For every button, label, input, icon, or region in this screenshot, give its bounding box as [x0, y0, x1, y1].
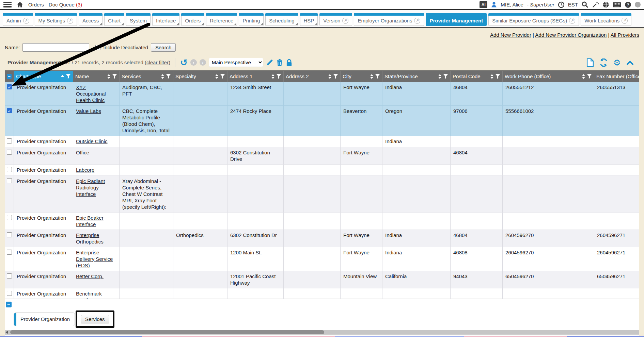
ai-badge[interactable]: AI [480, 1, 487, 8]
provider-name-link[interactable]: Value Labs [76, 108, 101, 114]
tab-orders[interactable]: Orders [181, 13, 204, 26]
keyboard-icon[interactable] [613, 2, 621, 8]
gear-icon[interactable]: ⚙ [613, 59, 621, 66]
tab-employer-organizations[interactable]: Employer Organizations↗ [354, 13, 424, 26]
column-header-phone[interactable]: Work Phone (Office) [503, 71, 594, 82]
tab-version[interactable]: Version↗ [319, 13, 352, 26]
row-checkbox[interactable] [7, 167, 12, 172]
tab-interface[interactable]: Interface [152, 13, 179, 26]
provider-name-link[interactable]: Benchmark Interface [76, 291, 102, 299]
globe-icon[interactable] [602, 1, 609, 8]
tab-label: Similar Exposure Groups (SEGs) [492, 18, 567, 23]
tab-provider-management[interactable]: Provider Management [426, 13, 487, 26]
lock-perspective-icon[interactable] [286, 59, 293, 66]
row-checkbox[interactable] [7, 215, 12, 220]
wand-icon[interactable] [592, 1, 599, 8]
filter-funnel-icon[interactable] [495, 74, 500, 79]
clock-icon[interactable] [558, 1, 565, 8]
filter-funnel-icon[interactable] [220, 74, 225, 79]
perspective-select[interactable]: Main Perspective [209, 58, 263, 67]
menu-icon[interactable] [3, 2, 12, 7]
link-all-providers[interactable]: All Providers [611, 32, 639, 38]
row-checkbox[interactable] [7, 108, 12, 113]
column-header-address2[interactable]: Address 2 [284, 71, 341, 82]
provider-name-link[interactable]: Epic Beaker Interface [76, 215, 104, 227]
column-header-chart_type[interactable]: Chart Type [14, 71, 73, 82]
clear-filter-link[interactable]: clear filter [146, 60, 169, 65]
column-header-services[interactable]: Services [120, 71, 173, 82]
row-checkbox[interactable] [7, 291, 12, 296]
help-icon[interactable]: ? [625, 1, 631, 8]
provider-name-link[interactable]: XYZ Occupational Health Clinic [76, 84, 106, 103]
column-header-name[interactable]: Name [73, 71, 120, 82]
tab-chart[interactable]: Chart [104, 13, 124, 26]
tab-work-locations[interactable]: Work Locations↗ [581, 13, 631, 26]
tab-my-settings[interactable]: My Settings↗ [35, 13, 77, 26]
name-input[interactable] [22, 43, 89, 52]
collapse-grid-icon[interactable] [626, 60, 634, 65]
filter-funnel-icon[interactable] [375, 74, 380, 79]
tab-reference[interactable]: Reference [206, 13, 237, 26]
column-header-state[interactable]: State/Province [382, 71, 451, 82]
undo-icon[interactable]: ↺ [180, 59, 188, 66]
select-all-checkbox[interactable]: − [7, 74, 12, 79]
filter-funnel-icon[interactable] [443, 74, 448, 79]
row-checkbox[interactable] [7, 232, 12, 237]
search-icon[interactable] [581, 1, 588, 8]
provider-name-link[interactable]: Enterprise Delivery Service (EDS) [76, 250, 113, 268]
prev-perspective-icon[interactable]: ‹ [190, 59, 197, 66]
edit-perspective-icon[interactable] [266, 59, 273, 66]
row-checkbox[interactable] [7, 84, 12, 89]
column-header-address1[interactable]: Address 1 [227, 71, 284, 82]
provider-name-link[interactable]: Office [76, 150, 89, 155]
tab-access[interactable]: Access [79, 13, 103, 26]
tab-scheduling[interactable]: Scheduling [265, 13, 298, 26]
filter-funnel-icon[interactable] [166, 74, 171, 79]
row-checkbox[interactable] [7, 250, 12, 255]
new-record-icon[interactable] [586, 58, 594, 67]
refresh-icon[interactable] [599, 58, 608, 67]
link-add-new-provider[interactable]: Add New Provider [490, 32, 531, 38]
provider-management-panel: Provider Management, 11 / 21 records, 2 … [5, 56, 639, 336]
next-perspective-icon[interactable]: › [200, 59, 206, 66]
scrollbar-thumb[interactable] [10, 330, 324, 334]
row-checkbox[interactable] [7, 150, 12, 155]
provider-name-link[interactable]: Enterprise Orthopedics [76, 232, 104, 245]
provider-name-link[interactable]: Better Corp. [76, 273, 104, 279]
filter-funnel-icon[interactable] [66, 74, 71, 79]
provider-name-link[interactable]: Epic Radiant Radiology Interface [76, 178, 105, 197]
horizontal-scrollbar[interactable] [5, 330, 639, 335]
column-header-postal[interactable]: Postal Code [451, 71, 503, 82]
include-deactivated-checkbox[interactable] [95, 45, 100, 50]
tab-system[interactable]: System [126, 13, 151, 26]
tab-printing[interactable]: Printing [239, 13, 264, 26]
filter-funnel-icon[interactable] [333, 74, 338, 79]
search-button[interactable]: Search [151, 43, 176, 52]
collapse-group-button[interactable]: − [6, 302, 12, 307]
services-button[interactable]: Services [81, 315, 109, 323]
home-icon[interactable] [16, 1, 23, 8]
tab-hsp[interactable]: HSP [300, 13, 318, 26]
scroll-left-arrow-icon[interactable] [5, 331, 8, 334]
tab-admin[interactable]: Admin↗ [3, 13, 33, 26]
column-header-city[interactable]: City [341, 71, 382, 82]
group-chip-provider-organization[interactable]: Provider Organization [14, 313, 75, 326]
column-header-select-all[interactable]: − [5, 71, 14, 82]
tab-similar-exposure-groups-segs-[interactable]: Similar Exposure Groups (SEGs)↗ [488, 13, 579, 26]
filter-funnel-icon[interactable] [587, 74, 592, 79]
row-checkbox[interactable] [7, 178, 12, 183]
provider-name-link[interactable]: Labcorp [76, 167, 94, 173]
delete-perspective-icon[interactable] [276, 59, 283, 66]
column-header-fax[interactable]: Fax Number (Office) [594, 71, 639, 82]
topnav-orders[interactable]: Orders [28, 2, 44, 7]
column-header-specialty[interactable]: Specialty [173, 71, 227, 82]
column-label: City [343, 73, 368, 79]
topnav-doc-queue[interactable]: Doc Queue (3) [49, 2, 82, 7]
row-checkbox[interactable] [7, 273, 12, 279]
filter-funnel-icon[interactable] [112, 74, 117, 79]
user-name[interactable]: MIE, Alice [501, 2, 523, 7]
filter-funnel-icon[interactable] [276, 74, 281, 79]
link-add-new-provider-organization[interactable]: Add New Provider Organization [535, 32, 607, 38]
row-checkbox[interactable] [7, 138, 12, 144]
provider-name-link[interactable]: Outside Clinic [76, 138, 108, 144]
